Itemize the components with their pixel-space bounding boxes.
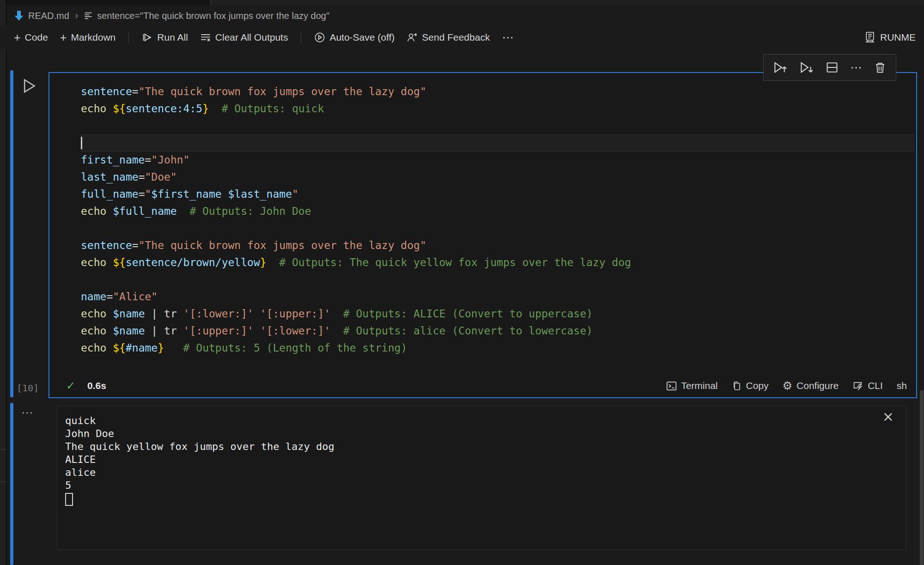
code-token: '[:lower:]' — [260, 325, 330, 337]
send-feedback-button[interactable]: Send Feedback — [407, 32, 490, 43]
run-cell-button[interactable] — [21, 78, 37, 94]
add-markdown-button[interactable]: + Markdown — [60, 32, 116, 43]
feedback-person-icon — [407, 32, 418, 43]
code-token: # Outputs: 5 (Length of the string) — [164, 342, 407, 354]
delete-cell-button[interactable] — [874, 61, 887, 74]
code-token: # Outputs: quick — [209, 103, 324, 115]
code-token: } — [260, 256, 267, 268]
code-token: $name — [113, 308, 145, 320]
cli-button[interactable]: CLI — [852, 380, 883, 391]
output-line: quick — [65, 414, 334, 427]
code-token: " — [145, 188, 151, 200]
cell-focus-bar[interactable] — [10, 70, 13, 397]
code-token: # Outputs: ALICE (Convert to uppercase) — [330, 308, 593, 320]
run-below-icon — [799, 61, 814, 74]
code-line[interactable]: sentence="The quick brown fox jumps over… — [81, 237, 914, 254]
symbol-list-icon — [84, 11, 93, 20]
runme-brand-icon — [864, 31, 875, 43]
play-icon — [21, 78, 37, 94]
code-line[interactable] — [81, 271, 914, 288]
code-token — [106, 205, 113, 217]
code-line[interactable] — [81, 220, 914, 237]
add-code-button[interactable]: + Code — [14, 32, 48, 43]
code-line[interactable]: first_name="John" — [81, 152, 914, 169]
code-token: "Doe" — [145, 171, 176, 183]
gear-icon: ⚙ — [783, 379, 793, 392]
cell-status-bar: ✓ 0.6s Terminal Copy ⚙ Configure — [50, 375, 915, 396]
code-token — [254, 308, 260, 320]
terminal-button[interactable]: Terminal — [666, 380, 717, 391]
code-token: '[:lower:]' — [183, 308, 254, 320]
execute-below-button[interactable] — [799, 61, 814, 74]
code-token: last_name — [81, 171, 139, 183]
code-token: = — [139, 171, 145, 183]
runme-file-icon — [14, 10, 24, 21]
code-token: "Alice" — [113, 291, 158, 303]
cell-language-label[interactable]: sh — [897, 380, 907, 391]
code-token: "John" — [151, 154, 189, 166]
autosave-toggle[interactable]: Auto-Save (off) — [314, 32, 395, 43]
copy-button[interactable]: Copy — [732, 380, 769, 391]
run-all-button[interactable]: Run All — [142, 32, 188, 43]
code-token: # Outputs: alice (Convert to lowercase) — [330, 325, 593, 337]
code-token — [106, 342, 113, 354]
code-token: echo — [81, 256, 106, 268]
breadcrumb-file[interactable]: READ.md — [14, 10, 69, 21]
code-token: sentence:4:5 — [126, 103, 202, 115]
cell-output[interactable]: quickJohn DoeThe quick yellow fox jumps … — [57, 406, 906, 550]
code-token: } — [202, 103, 209, 115]
code-line[interactable]: name="Alice" — [81, 288, 914, 305]
code-token: echo — [81, 308, 106, 320]
output-line: 5 — [65, 479, 334, 492]
code-token: $last_name — [228, 188, 292, 200]
clear-outputs-icon — [200, 32, 211, 43]
breadcrumb-section[interactable]: sentence="The quick brown fox jumps over… — [84, 11, 329, 21]
code-token: '[:upper:]' — [183, 325, 254, 337]
code-token: name — [81, 291, 106, 303]
toolbar-divider — [128, 31, 129, 43]
runme-kernel-badge[interactable]: RUNME — [864, 26, 916, 49]
notebook-editor: READ.md › sentence="The quick brown fox … — [0, 0, 924, 565]
code-line[interactable]: sentence="The quick brown fox jumps over… — [81, 83, 914, 100]
gutter-mark — [0, 481, 6, 482]
code-token: = — [139, 188, 145, 200]
tab-strip — [0, 0, 924, 6]
terminal-output: quickJohn DoeThe quick yellow fox jumps … — [65, 414, 334, 509]
configure-button[interactable]: ⚙ Configure — [783, 379, 839, 392]
code-token: echo — [81, 103, 106, 115]
code-line[interactable]: echo $name | tr '[:upper:]' '[:lower:]' … — [81, 322, 914, 340]
editor-scrollbar[interactable] — [920, 390, 924, 565]
code-token: echo — [81, 342, 106, 354]
code-line[interactable]: echo $name | tr '[:lower:]' '[:upper:]' … — [81, 305, 914, 322]
code-line[interactable]: echo ${#name} # Outputs: 5 (Length of th… — [81, 340, 914, 357]
code-token: sentence — [81, 239, 132, 251]
code-token: sentence — [81, 85, 132, 97]
code-line[interactable] — [81, 117, 914, 134]
success-check-icon: ✓ — [66, 379, 75, 392]
code-line[interactable]: echo ${sentence:4:5} # Outputs: quick — [81, 100, 914, 117]
split-cell-button[interactable] — [825, 61, 839, 74]
output-menu-button[interactable]: ⋯ — [21, 406, 34, 419]
cell-more-actions-button[interactable]: ⋯ — [850, 61, 862, 74]
code-line[interactable]: echo ${sentence/brown/yellow} # Outputs:… — [81, 254, 914, 271]
code-editor[interactable]: sentence="The quick brown fox jumps over… — [49, 83, 914, 357]
notebook-toolbar: + Code + Markdown Run All Clear All Outp… — [0, 26, 924, 49]
code-line[interactable] — [81, 134, 914, 152]
code-token — [106, 256, 113, 268]
split-cell-icon — [825, 61, 839, 74]
close-icon[interactable]: × — [882, 410, 894, 424]
clear-all-outputs-button[interactable]: Clear All Outputs — [200, 32, 288, 43]
code-line[interactable]: last_name="Doe" — [81, 169, 914, 186]
code-token: echo — [81, 325, 106, 337]
code-token: = — [145, 154, 151, 166]
code-line[interactable]: echo $full_name # Outputs: John Doe — [81, 203, 914, 220]
active-tab-edge — [6, 0, 211, 6]
plus-icon: + — [14, 32, 21, 43]
code-line[interactable]: full_name="$first_name $last_name" — [81, 186, 914, 203]
output-focus-bar[interactable] — [10, 403, 13, 565]
code-token: "The quick brown fox jumps over the lazy… — [139, 85, 426, 97]
execute-above-button[interactable] — [773, 61, 788, 74]
code-token — [254, 325, 260, 337]
code-cell[interactable]: sentence="The quick brown fox jumps over… — [49, 72, 917, 398]
more-actions-button[interactable]: ⋯ — [502, 30, 514, 44]
